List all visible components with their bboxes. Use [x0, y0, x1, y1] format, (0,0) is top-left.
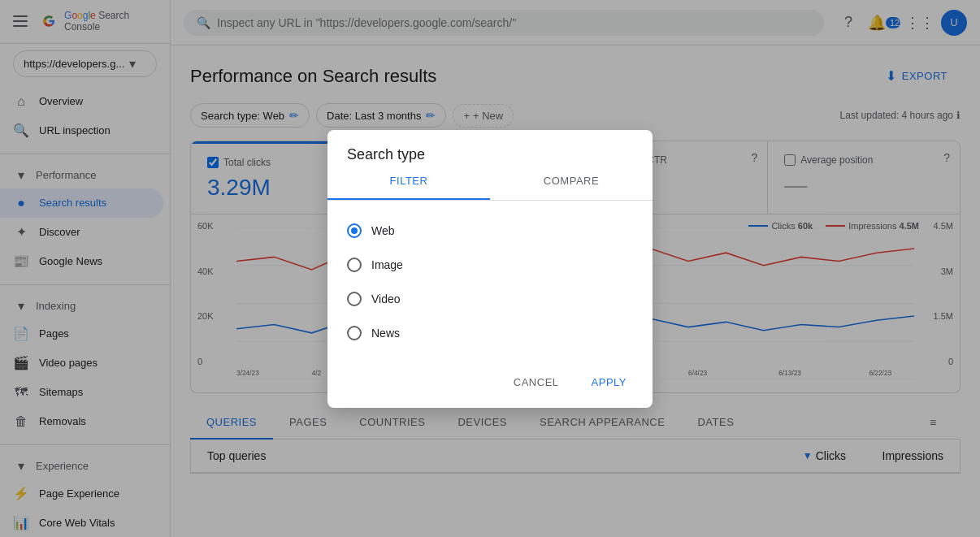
radio-option-web[interactable]: Web: [347, 214, 633, 248]
radio-news[interactable]: [347, 326, 362, 340]
modal-filter-label: FILTER: [390, 175, 428, 187]
modal-overlay[interactable]: Search type FILTER COMPARE Web Image Vid…: [0, 0, 980, 537]
modal-cancel-button[interactable]: CANCEL: [501, 370, 572, 395]
radio-option-image[interactable]: Image: [347, 248, 633, 282]
modal-apply-button[interactable]: APPLY: [579, 370, 640, 395]
radio-news-label: News: [371, 327, 400, 340]
radio-image[interactable]: [347, 258, 362, 272]
modal-tab-filter[interactable]: FILTER: [327, 163, 490, 200]
modal-compare-label: COMPARE: [544, 175, 599, 187]
radio-video-label: Video: [371, 292, 401, 305]
radio-option-news[interactable]: News: [347, 316, 633, 350]
radio-image-label: Image: [371, 258, 403, 271]
radio-video[interactable]: [347, 292, 362, 306]
modal-tabs: FILTER COMPARE: [327, 163, 653, 201]
modal-actions: CANCEL APPLY: [327, 363, 653, 408]
modal-options: Web Image Video News: [327, 207, 653, 363]
search-type-modal: Search type FILTER COMPARE Web Image Vid…: [327, 130, 653, 408]
radio-web-label: Web: [371, 224, 395, 237]
radio-option-video[interactable]: Video: [347, 282, 633, 316]
modal-cancel-label: CANCEL: [514, 376, 559, 388]
radio-web[interactable]: [347, 223, 362, 238]
modal-apply-label: APPLY: [592, 376, 627, 388]
modal-title: Search type: [327, 130, 653, 163]
modal-tab-compare[interactable]: COMPARE: [490, 163, 653, 200]
